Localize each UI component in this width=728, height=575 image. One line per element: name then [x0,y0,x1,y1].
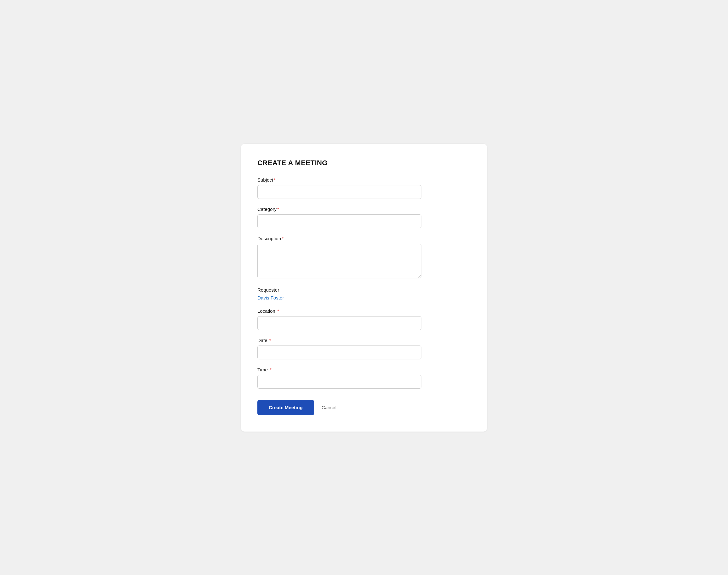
time-input[interactable] [257,375,421,389]
location-input[interactable] [257,316,421,330]
subject-input[interactable] [257,185,421,199]
date-label: Date * [257,338,471,343]
time-required: * [270,367,272,372]
date-required: * [270,338,271,343]
form-title: CREATE A MEETING [257,159,471,167]
requester-label: Requester [257,287,471,293]
create-meeting-form: CREATE A MEETING Subject* Category* Desc… [241,144,487,432]
subject-label: Subject* [257,177,471,182]
date-input[interactable] [257,345,421,360]
description-group: Description* [257,236,471,280]
category-label: Category* [257,206,471,212]
time-group: Time * [257,367,471,389]
date-group: Date * [257,338,471,360]
location-required: * [277,308,279,314]
category-group: Category* [257,206,471,228]
time-label: Time * [257,367,471,372]
location-label: Location * [257,308,471,314]
category-required: * [277,206,279,212]
requester-group: Requester Davis Foster [257,287,471,301]
form-actions: Create Meeting Cancel [257,400,471,415]
create-meeting-button[interactable]: Create Meeting [257,400,314,415]
category-input[interactable] [257,214,421,228]
cancel-button[interactable]: Cancel [322,405,337,410]
requester-link[interactable]: Davis Foster [257,295,284,300]
subject-required: * [274,177,276,182]
description-label: Description* [257,236,471,241]
description-input[interactable] [257,244,421,278]
description-required: * [282,236,284,241]
subject-group: Subject* [257,177,471,199]
location-group: Location * [257,308,471,330]
